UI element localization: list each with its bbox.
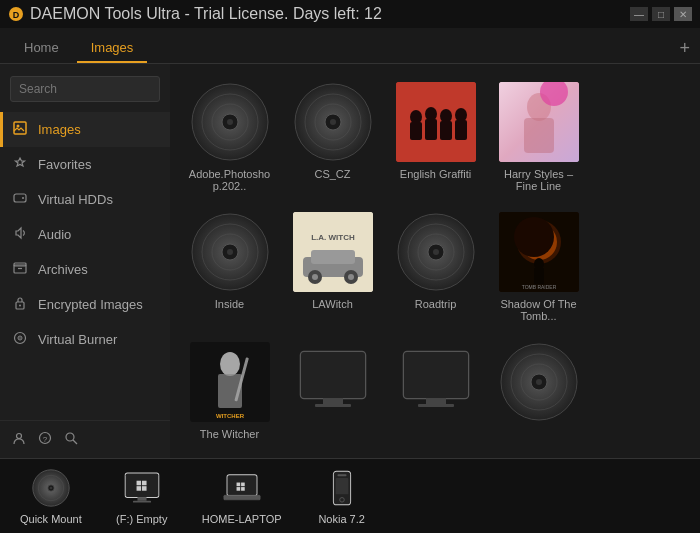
svg-point-68 (220, 352, 240, 376)
taskbar-label: HOME-LAPTOP (202, 513, 282, 525)
tab-home[interactable]: Home (10, 34, 73, 63)
list-item[interactable]: L.A. WITCH LAWitch (285, 206, 380, 328)
album-thumb-shadow-tomb: TOMB RAIDER (499, 212, 579, 292)
svg-rect-31 (410, 122, 422, 140)
svg-rect-107 (337, 474, 346, 476)
svg-rect-65 (534, 268, 544, 284)
maximize-button[interactable]: □ (652, 7, 670, 21)
list-item[interactable] (491, 336, 586, 446)
sidebar-item-favorites[interactable]: Favorites (0, 147, 170, 182)
list-item[interactable]: Inside (182, 206, 277, 328)
sidebar: Images Favorites Virtual HDDs (0, 64, 170, 458)
svg-rect-104 (224, 495, 260, 500)
svg-rect-35 (440, 121, 452, 140)
taskbar-label: Quick Mount (20, 513, 82, 525)
sidebar-item-audio[interactable]: Audio (0, 217, 170, 252)
svg-rect-50 (311, 250, 355, 264)
virtual-hdds-icon (12, 191, 28, 208)
svg-text:D: D (13, 10, 20, 20)
taskbar-home-laptop[interactable]: HOME-LAPTOP (202, 468, 282, 525)
album-thumb-english-graffiti (396, 82, 476, 162)
svg-rect-77 (404, 352, 468, 398)
list-item[interactable]: Roadtrip (388, 206, 483, 328)
nav-tabs: Home Images + (0, 28, 700, 64)
svg-rect-78 (426, 398, 446, 404)
disc-thumb (190, 82, 270, 162)
svg-rect-73 (301, 352, 365, 398)
close-button[interactable]: ✕ (674, 7, 692, 21)
sidebar-item-archives[interactable]: Archives (0, 252, 170, 287)
svg-point-46 (227, 249, 233, 255)
svg-point-63 (514, 217, 554, 257)
svg-rect-95 (142, 486, 147, 491)
svg-text:L.A. WITCH: L.A. WITCH (311, 233, 355, 242)
image-label: The Witcher (200, 428, 259, 440)
svg-rect-109 (335, 478, 348, 494)
album-thumb-witcher: WITCHER (190, 342, 270, 422)
svg-point-17 (66, 433, 74, 441)
help-icon[interactable]: ? (38, 431, 52, 448)
monitor-thumb-1 (293, 342, 373, 422)
svg-rect-101 (241, 482, 245, 486)
sidebar-item-encrypted-images[interactable]: Encrypted Images (0, 287, 170, 322)
tab-images[interactable]: Images (77, 34, 148, 63)
quick-mount-icon (31, 468, 71, 508)
list-item[interactable]: Adobe.Photoshop.202.. (182, 76, 277, 198)
image-label: Roadtrip (415, 298, 457, 310)
album-thumb-harry-styles (499, 82, 579, 162)
svg-rect-96 (137, 497, 146, 501)
titlebar: D DAEMON Tools Ultra - Trial License. Da… (0, 0, 700, 28)
disc-thumb (293, 82, 373, 162)
image-label: Adobe.Photoshop.202.. (188, 168, 271, 192)
image-label: Inside (215, 298, 244, 310)
svg-text:WITCHER: WITCHER (216, 413, 245, 419)
minimize-button[interactable]: — (630, 7, 648, 21)
svg-rect-79 (418, 404, 454, 407)
svg-rect-33 (425, 119, 437, 140)
image-label: CS_CZ (314, 168, 350, 180)
titlebar-controls[interactable]: — □ ✕ (630, 7, 692, 21)
svg-point-23 (227, 119, 233, 125)
svg-text:TOMB RAIDER: TOMB RAIDER (521, 284, 556, 290)
list-item[interactable] (285, 336, 380, 446)
svg-point-89 (50, 486, 53, 489)
image-grid: Adobe.Photoshop.202.. (182, 76, 688, 446)
svg-rect-102 (236, 487, 240, 491)
sidebar-item-images[interactable]: Images (0, 112, 170, 147)
titlebar-left: D DAEMON Tools Ultra - Trial License. Da… (8, 5, 382, 23)
sidebar-item-virtual-hdds[interactable]: Virtual HDDs (0, 182, 170, 217)
favorites-icon (12, 156, 28, 173)
svg-point-34 (440, 109, 452, 123)
svg-point-30 (410, 110, 422, 124)
taskbar-nokia[interactable]: Nokia 7.2 (312, 468, 372, 525)
svg-point-84 (536, 379, 542, 385)
image-label: English Graffiti (400, 168, 471, 180)
search-input[interactable] (10, 76, 160, 102)
svg-point-5 (22, 197, 24, 199)
list-item[interactable]: TOMB RAIDER Shadow Of The Tomb... (491, 206, 586, 328)
svg-rect-75 (315, 404, 351, 407)
image-grid-container: Adobe.Photoshop.202.. (170, 64, 700, 458)
taskbar-label: (F:) Empty (116, 513, 167, 525)
list-item[interactable]: English Graffiti (388, 76, 483, 198)
svg-rect-2 (14, 122, 26, 134)
taskbar-quick-mount[interactable]: Quick Mount (20, 468, 82, 525)
sidebar-label-favorites: Favorites (38, 157, 91, 172)
svg-rect-40 (524, 118, 554, 153)
svg-point-59 (433, 249, 439, 255)
svg-rect-92 (136, 480, 141, 485)
svg-rect-93 (142, 480, 147, 485)
sidebar-label-images: Images (38, 122, 81, 137)
svg-point-13 (19, 337, 21, 339)
daemon-logo-icon: D (8, 6, 24, 22)
nav-add-button[interactable]: + (679, 38, 690, 63)
user-icon[interactable] (12, 431, 26, 448)
list-item[interactable]: Harry Styles – Fine Line (491, 76, 586, 198)
taskbar-f-empty[interactable]: (F:) Empty (112, 468, 172, 525)
list-item[interactable] (388, 336, 483, 446)
sidebar-item-virtual-burner[interactable]: Virtual Burner (0, 322, 170, 357)
search-icon[interactable] (64, 431, 78, 448)
list-item[interactable]: CS_CZ (285, 76, 380, 198)
list-item[interactable]: WITCHER The Witcher (182, 336, 277, 446)
svg-rect-103 (241, 487, 245, 491)
